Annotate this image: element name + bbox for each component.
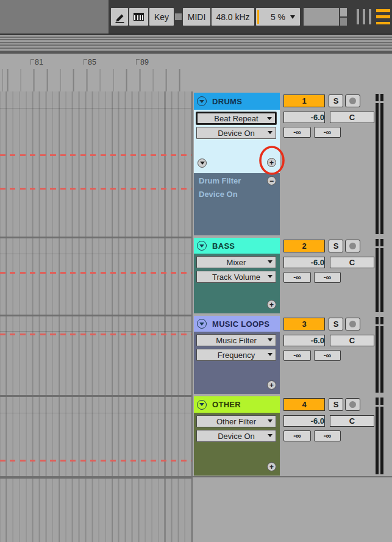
mixer-panels-icon[interactable] (357, 9, 373, 24)
device-chooser[interactable]: Beat Repeat (196, 112, 276, 124)
arrangement-overview[interactable] (0, 35, 392, 51)
level-meter (376, 239, 383, 312)
key-map-mode-button[interactable]: Key (149, 8, 174, 26)
track-name: BASS (212, 241, 235, 251)
send-b-field[interactable]: -∞ (314, 350, 341, 361)
track-activator[interactable]: 4 (283, 398, 325, 411)
automation-lane-list-drums: Drum Filter Device On − (194, 173, 280, 235)
send-b-field[interactable]: -∞ (314, 430, 341, 441)
lane-hairline (0, 331, 191, 332)
level-meter (376, 398, 383, 474)
draw-mode-button[interactable] (111, 8, 128, 26)
lane-hairline (0, 413, 191, 413)
cpu-load-meter[interactable]: 5 % (256, 8, 300, 26)
track-title-bar[interactable]: MUSIC LOOPS (194, 316, 280, 332)
device-chooser[interactable]: Other Filter (196, 415, 276, 427)
fold-track-icon[interactable] (197, 319, 207, 329)
chevron-down-icon (267, 117, 272, 120)
sample-rate-display[interactable]: 48.0 kHz (212, 8, 254, 26)
midi-indicator-box (304, 8, 339, 26)
automation-line-bass[interactable] (0, 272, 191, 274)
fold-track-icon[interactable] (197, 241, 207, 251)
parameter-chooser-value: Track Volume (212, 273, 260, 282)
hamburger-menu-icon[interactable] (376, 9, 390, 24)
track-title-bar[interactable]: DRUMS (194, 93, 280, 110)
volume-field[interactable]: -6.0 (283, 257, 325, 268)
track-title-bar[interactable]: OTHER (194, 396, 280, 413)
automation-line-drums[interactable] (0, 154, 191, 156)
track-activator[interactable]: 1 (283, 94, 325, 107)
level-meter (376, 317, 383, 393)
automation-line-music-loops[interactable] (0, 333, 191, 335)
fold-track-icon[interactable] (197, 96, 207, 106)
control-bar: Key MIDI 48.0 kHz 5 % (0, 0, 392, 35)
volume-field[interactable]: -6.0 (283, 335, 325, 346)
beat-time-ruler[interactable] (1, 69, 191, 91)
send-b-field[interactable]: -∞ (314, 127, 341, 138)
solo-button[interactable]: S (329, 398, 343, 411)
remove-automation-lane-button[interactable]: − (267, 176, 276, 185)
parameter-chooser[interactable]: Frequency (196, 349, 276, 361)
device-chooser-value: Mixer (227, 258, 246, 267)
send-b-field[interactable]: -∞ (314, 272, 341, 283)
add-automation-lane-button[interactable]: + (267, 380, 276, 390)
chevron-down-icon (268, 260, 273, 263)
record-icon (349, 401, 356, 408)
solo-button[interactable]: S (329, 318, 343, 330)
arm-button[interactable] (345, 240, 360, 252)
fold-track-icon[interactable] (197, 400, 207, 410)
arm-button[interactable] (345, 94, 360, 107)
automation-lane-item[interactable]: Drum Filter (199, 176, 241, 185)
send-a-field[interactable]: -∞ (283, 127, 311, 138)
keyboard-icon (134, 13, 144, 21)
send-a-field[interactable]: -∞ (283, 272, 311, 283)
bottom-track-divider (0, 476, 392, 477)
record-icon (349, 321, 356, 327)
computer-midi-keyboard-button[interactable] (129, 8, 148, 26)
arm-button[interactable] (345, 318, 360, 330)
track-divider (0, 315, 191, 316)
parameter-chooser-value: Frequency (218, 351, 255, 360)
lane-hairline (0, 254, 191, 254)
track-activator[interactable]: 2 (283, 240, 325, 252)
track-title-bar[interactable]: BASS (194, 238, 280, 254)
mixer-section-other: 4 S -6.0 C -∞ -∞ (282, 396, 392, 476)
send-a-field[interactable]: -∞ (283, 350, 311, 361)
device-chooser[interactable]: Mixer (196, 256, 276, 268)
automation-lane-item[interactable]: Device On (199, 190, 238, 199)
volume-field[interactable]: -6.0 (283, 415, 325, 427)
add-automation-lane-button[interactable]: + (267, 300, 276, 309)
track-divider (0, 395, 191, 397)
add-automation-lane-button[interactable]: + (267, 462, 276, 471)
pan-field[interactable]: C (330, 257, 374, 268)
midi-in-out-indicator (340, 8, 347, 26)
volume-field[interactable]: -6.0 (283, 112, 325, 123)
automation-line-drum-filter[interactable] (0, 188, 191, 190)
parameter-chooser-value: Device On (218, 432, 255, 441)
arm-button[interactable] (345, 398, 360, 411)
track-name: DRUMS (212, 97, 242, 106)
automation-line-other[interactable] (0, 460, 191, 462)
parameter-chooser[interactable]: Device On (196, 430, 276, 442)
lane-hairline (0, 108, 191, 109)
solo-button[interactable]: S (329, 94, 343, 107)
ruler-mark: 85 (88, 58, 96, 66)
mixer-section-drums: 1 S -6.0 C -∞ -∞ (282, 93, 392, 235)
solo-button[interactable]: S (329, 240, 343, 252)
pan-field[interactable]: C (330, 415, 374, 427)
device-chooser[interactable]: Music Filter (196, 334, 276, 346)
chevron-down-icon (290, 15, 295, 19)
chevron-down-icon (268, 131, 273, 134)
pan-field[interactable]: C (330, 112, 374, 123)
add-automation-lane-button[interactable]: + (267, 158, 276, 167)
pan-field[interactable]: C (330, 335, 374, 346)
hide-automation-lanes-button[interactable] (198, 159, 207, 168)
arrangement-grid[interactable] (0, 91, 193, 542)
track-header-music-loops: MUSIC LOOPS Music Filter Frequency + (194, 316, 280, 394)
midi-map-mode-button[interactable]: MIDI (183, 8, 210, 26)
parameter-chooser[interactable]: Device On (196, 127, 276, 139)
parameter-chooser[interactable]: Track Volume (196, 271, 276, 283)
parameter-chooser-value: Device On (218, 129, 255, 138)
track-activator[interactable]: 3 (283, 318, 325, 330)
send-a-field[interactable]: -∞ (283, 430, 311, 441)
